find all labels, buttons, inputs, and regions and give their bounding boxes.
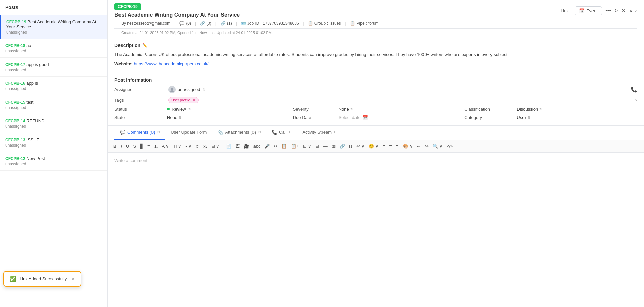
post-status: unassigned bbox=[6, 30, 102, 35]
emoji-button[interactable]: 😊 ∨ bbox=[367, 143, 380, 150]
post-item-14[interactable]: CFCPB-14 REFUND unassigned bbox=[0, 114, 107, 133]
hr-button[interactable]: — bbox=[321, 143, 329, 150]
post-info-title: Post Information bbox=[114, 77, 637, 83]
mic-button[interactable]: 🎤 bbox=[263, 143, 271, 150]
block-button[interactable]: ▪ ∨ bbox=[184, 143, 193, 150]
meta-bar: By nestorsseot@gmail.com | 💬 (0) | 🔗 (0)… bbox=[114, 18, 637, 29]
tab-call[interactable]: 📞 Call ↻ bbox=[266, 126, 297, 140]
paste-button[interactable]: 📋+ bbox=[289, 143, 301, 150]
state-value[interactable]: None ⇅ bbox=[167, 115, 287, 120]
attachments-refresh-icon[interactable]: ↻ bbox=[258, 130, 261, 135]
list-button[interactable]: ≡ bbox=[146, 143, 152, 150]
calendar-icon: 📅 bbox=[579, 8, 584, 13]
classification-value[interactable]: Discussion ⇅ bbox=[517, 107, 637, 112]
editor-area[interactable]: Write a comment bbox=[108, 153, 644, 307]
search-btn[interactable]: 🔍 ∨ bbox=[431, 143, 444, 150]
video-button[interactable]: 🎥 bbox=[242, 143, 251, 150]
assignee-value[interactable]: unassigned ⇅ bbox=[168, 86, 631, 93]
post-title: REFUND bbox=[26, 118, 44, 123]
link-insert-button[interactable]: 🔗 bbox=[338, 143, 347, 150]
strikethrough-button[interactable]: S bbox=[131, 143, 138, 150]
source-button[interactable]: </> bbox=[445, 143, 455, 150]
calendar-icon[interactable]: 📅 bbox=[363, 115, 368, 120]
post-item-19[interactable]: CFCPB-19 Best Academic Writing Company A… bbox=[0, 15, 107, 39]
more-options-button[interactable]: ••• bbox=[605, 8, 611, 14]
sidebar: Posts CFCPB-19 Best Academic Writing Com… bbox=[0, 0, 108, 307]
category-label: Category bbox=[464, 115, 511, 120]
table-button[interactable]: ⊞ ∨ bbox=[210, 143, 222, 150]
tab-activity[interactable]: Activity Stream ↻ bbox=[297, 126, 342, 140]
pipe-icon: 📋 bbox=[350, 21, 355, 26]
symbol-button[interactable]: Ω bbox=[347, 143, 354, 150]
undo-button[interactable]: ↩ bbox=[415, 143, 422, 150]
chevron-up-icon[interactable]: ∧ bbox=[629, 8, 633, 13]
status-sort-icon: ⇅ bbox=[188, 107, 191, 111]
timestamps: Created at 24-01-2025 01:02 PM, Opened J… bbox=[114, 29, 637, 37]
text-format-button[interactable]: TI ∨ bbox=[171, 143, 183, 150]
bold-button[interactable]: B bbox=[112, 143, 118, 150]
tab-user-update[interactable]: User Update Form bbox=[165, 126, 212, 140]
post-item-16[interactable]: CFCPB-16 app is unassigned bbox=[0, 77, 107, 95]
toast-close-button[interactable]: ✕ bbox=[71, 276, 75, 282]
template-button[interactable]: ⊡ ∨ bbox=[301, 143, 313, 150]
italic-button[interactable]: I bbox=[119, 143, 124, 150]
tags-dropdown-icon[interactable]: ∨ bbox=[635, 98, 637, 102]
phone-icon[interactable]: 📞 bbox=[631, 86, 637, 93]
highlight-button[interactable]: ▊ bbox=[138, 143, 145, 150]
spell-check-button[interactable]: abc bbox=[251, 143, 262, 150]
cut-button[interactable]: ✂ bbox=[272, 143, 279, 150]
comments-count[interactable]: 💬 (0) bbox=[179, 21, 191, 26]
post-item-13[interactable]: CFCPB-13 ISSUE unassigned bbox=[0, 133, 107, 152]
align-left-button[interactable]: ≡ bbox=[381, 143, 387, 150]
post-title: New Post bbox=[26, 156, 45, 161]
tab-comments[interactable]: 💬 Comments (0) ↻ bbox=[114, 126, 165, 140]
tags-value: User.profile ✕ bbox=[168, 97, 635, 103]
due-date-value[interactable]: Select date 📅 bbox=[339, 115, 459, 120]
tag-remove-button[interactable]: ✕ bbox=[193, 98, 196, 102]
severity-value[interactable]: None ⇅ bbox=[339, 107, 459, 112]
post-status: unassigned bbox=[5, 49, 102, 53]
tag-badge: User.profile ✕ bbox=[168, 97, 199, 103]
comments-refresh-icon[interactable]: ↻ bbox=[157, 130, 160, 135]
table2-button[interactable]: ▦ bbox=[330, 143, 337, 150]
copy-button[interactable]: 📋 bbox=[280, 143, 289, 150]
refresh-button[interactable]: ↻ bbox=[614, 8, 618, 13]
post-title: test bbox=[26, 100, 33, 105]
activity-refresh-icon[interactable]: ↻ bbox=[334, 130, 337, 135]
tags-label: Tags bbox=[114, 98, 168, 103]
post-item-12[interactable]: CFCPB-12 New Post unassigned bbox=[0, 152, 107, 171]
call-refresh-icon[interactable]: ↻ bbox=[289, 130, 292, 135]
subscript-button[interactable]: x₂ bbox=[202, 143, 209, 150]
align-right-button[interactable]: ≡ bbox=[394, 143, 400, 150]
grid-button[interactable]: ⊞ bbox=[314, 143, 321, 150]
superscript-button[interactable]: x² bbox=[194, 143, 201, 150]
post-status: unassigned bbox=[5, 143, 102, 148]
chevron-down-icon[interactable]: ∨ bbox=[634, 8, 637, 13]
event-button[interactable]: 📅 Event bbox=[575, 6, 602, 15]
post-id: CFCPB-14 bbox=[5, 119, 25, 123]
website-url[interactable]: https://www.theacademicpapers.co.uk/ bbox=[134, 61, 209, 66]
post-id: CFCPB-17 bbox=[5, 62, 25, 67]
post-badge: CFCPB-19 bbox=[114, 3, 141, 10]
active-links[interactable]: 🔗 (1) bbox=[221, 21, 232, 26]
ordered-list-button[interactable]: 1. bbox=[152, 143, 160, 150]
links-count[interactable]: 🔗 (0) bbox=[200, 21, 211, 26]
font-color-button[interactable]: A ∨ bbox=[160, 143, 171, 150]
post-item-15[interactable]: CFCPB-15 test unassigned bbox=[0, 95, 107, 114]
post-item-18[interactable]: CFCPB-18 aa unassigned bbox=[0, 39, 107, 58]
underline-button[interactable]: U bbox=[124, 143, 131, 150]
text-color-button[interactable]: 🎨 ∨ bbox=[401, 143, 415, 150]
file-button[interactable]: 📄 bbox=[224, 143, 233, 150]
link-button[interactable]: Link bbox=[558, 7, 571, 15]
tab-attachments[interactable]: 📎 Attachments (0) ↻ bbox=[212, 126, 266, 140]
undo2-button[interactable]: ↩ ∨ bbox=[354, 143, 366, 150]
active-link-icon: 🔗 bbox=[221, 21, 226, 26]
close-button[interactable]: ✕ bbox=[621, 8, 626, 14]
align-center-button[interactable]: ≡ bbox=[387, 143, 394, 150]
edit-icon[interactable]: ✏️ bbox=[142, 43, 147, 48]
status-value[interactable]: Review ⇅ bbox=[167, 107, 287, 112]
category-value[interactable]: User ⇅ bbox=[517, 115, 637, 120]
post-item-17[interactable]: CFCPB-17 app is good unassigned bbox=[0, 58, 107, 77]
redo-button[interactable]: ↪ bbox=[423, 143, 430, 150]
image-button[interactable]: 🖼 bbox=[234, 143, 241, 150]
